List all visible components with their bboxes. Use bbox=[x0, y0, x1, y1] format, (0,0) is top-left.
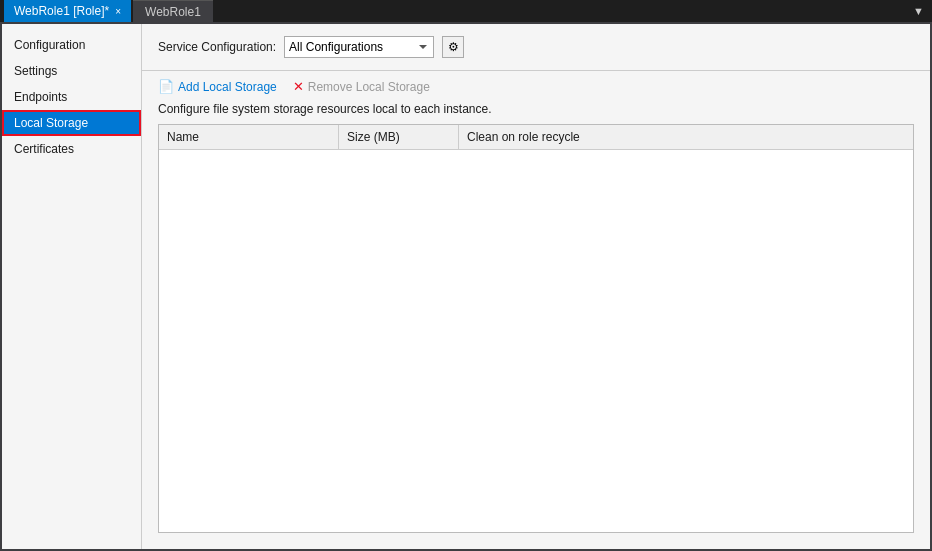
add-local-storage-label: Add Local Storage bbox=[178, 80, 277, 94]
manage-configurations-button[interactable]: ⚙ bbox=[442, 36, 464, 58]
sidebar-item-endpoints[interactable]: Endpoints bbox=[2, 84, 141, 110]
local-storage-table: Name Size (MB) Clean on role recycle bbox=[158, 124, 914, 533]
main-area: Configuration Settings Endpoints Local S… bbox=[0, 22, 932, 551]
remove-local-storage-label: Remove Local Storage bbox=[308, 80, 430, 94]
service-config-row: Service Configuration: All Configuration… bbox=[142, 24, 930, 71]
sidebar-item-configuration[interactable]: Configuration bbox=[2, 32, 141, 58]
sidebar-item-local-storage[interactable]: Local Storage bbox=[2, 110, 141, 136]
tab-webrole1-role-label: WebRole1 [Role]* bbox=[14, 4, 109, 18]
title-bar-dropdown[interactable]: ▼ bbox=[913, 5, 928, 17]
column-header-name: Name bbox=[159, 125, 339, 149]
tab-webrole1[interactable]: WebRole1 bbox=[133, 0, 213, 22]
column-header-clean: Clean on role recycle bbox=[459, 125, 913, 149]
sidebar-item-settings[interactable]: Settings bbox=[2, 58, 141, 84]
content-panel: Service Configuration: All Configuration… bbox=[142, 24, 930, 549]
remove-local-storage-button[interactable]: ✕ Remove Local Storage bbox=[293, 79, 430, 94]
description-text: Configure file system storage resources … bbox=[142, 102, 930, 124]
sidebar-item-certificates[interactable]: Certificates bbox=[2, 136, 141, 162]
add-icon: 📄 bbox=[158, 79, 174, 94]
title-bar-dropdown-icon: ▼ bbox=[913, 5, 924, 17]
tab-webrole1-role[interactable]: WebRole1 [Role]* × bbox=[4, 0, 131, 22]
column-header-size: Size (MB) bbox=[339, 125, 459, 149]
toolbar-row: 📄 Add Local Storage ✕ Remove Local Stora… bbox=[142, 71, 930, 102]
manage-config-icon: ⚙ bbox=[448, 40, 459, 54]
service-config-label: Service Configuration: bbox=[158, 40, 276, 54]
table-body bbox=[159, 150, 913, 450]
table-header: Name Size (MB) Clean on role recycle bbox=[159, 125, 913, 150]
tab-webrole1-label: WebRole1 bbox=[145, 5, 201, 19]
remove-icon: ✕ bbox=[293, 79, 304, 94]
add-local-storage-button[interactable]: 📄 Add Local Storage bbox=[158, 79, 277, 94]
title-bar: WebRole1 [Role]* × WebRole1 ▼ bbox=[0, 0, 932, 22]
service-config-select[interactable]: All Configurations Cloud Local bbox=[284, 36, 434, 58]
sidebar: Configuration Settings Endpoints Local S… bbox=[2, 24, 142, 549]
tab-webrole1-role-close[interactable]: × bbox=[115, 6, 121, 17]
